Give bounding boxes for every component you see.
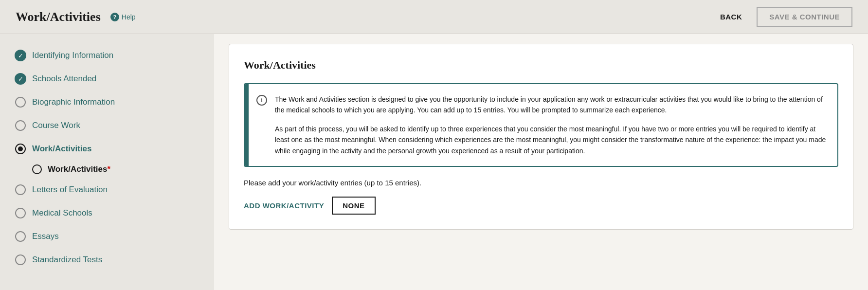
info-box: i The Work and Activities section is des… [244, 83, 838, 167]
help-label: Help [122, 13, 136, 21]
help-link[interactable]: ? Help [110, 13, 136, 21]
add-instruction: Please add your work/activity entries (u… [244, 179, 838, 187]
sidebar-item-medical-schools[interactable]: Medical Schools [15, 201, 199, 225]
save-continue-button[interactable]: SAVE & CONTINUE [757, 7, 852, 27]
sidebar-sublabel-work-activities: Work/Activities* [48, 164, 110, 174]
radio-icon-essays [15, 231, 26, 242]
sidebar-label-medical-schools: Medical Schools [32, 208, 92, 218]
info-paragraph-2: As part of this process, you will be ask… [275, 124, 828, 156]
info-paragraph-1: The Work and Activities section is desig… [275, 94, 828, 116]
back-button[interactable]: BACK [720, 13, 742, 21]
help-icon: ? [110, 13, 119, 21]
radio-icon-medical-schools [15, 207, 26, 219]
radio-icon-letters [15, 184, 26, 196]
radio-icon-work-activities [15, 143, 26, 155]
content-card: Work/Activities i The Work and Activitie… [229, 44, 853, 230]
check-icon-identifying: ✓ [15, 50, 26, 61]
radio-icon-course-work [15, 120, 26, 131]
sidebar-item-letters-of-evaluation[interactable]: Letters of Evaluation [15, 178, 199, 201]
content-title: Work/Activities [244, 59, 838, 72]
add-work-activity-button[interactable]: ADD WORK/ACTIVITY [244, 201, 324, 210]
sidebar-label-biographic-information: Biographic Information [32, 97, 115, 107]
sidebar-label-letters-of-evaluation: Letters of Evaluation [32, 185, 108, 195]
sidebar-label-course-work: Course Work [32, 121, 80, 130]
radio-icon-biographic [15, 96, 26, 108]
header-left: Work/Activities ? Help [16, 10, 136, 24]
info-box-icon-col: i [249, 84, 275, 166]
info-box-content: The Work and Activities section is desig… [275, 84, 837, 166]
content-area: Work/Activities i The Work and Activitie… [214, 34, 868, 290]
sidebar-label-essays: Essays [32, 232, 59, 241]
sidebar: ✓ Identifying Information ✓ Schools Atte… [0, 34, 214, 290]
header: Work/Activities ? Help BACK SAVE & CONTI… [0, 0, 868, 34]
sub-radio-work-activities [32, 164, 42, 174]
radio-icon-standardized-tests [15, 254, 26, 266]
sidebar-label-work-activities: Work/Activities [32, 144, 92, 154]
sidebar-item-work-activities[interactable]: Work/Activities [15, 137, 199, 161]
sidebar-label-schools-attended: Schools Attended [32, 74, 96, 84]
none-button[interactable]: NONE [332, 197, 375, 215]
sidebar-item-standardized-tests[interactable]: Standardized Tests [15, 248, 199, 272]
check-icon-schools-attended: ✓ [15, 73, 26, 85]
sidebar-item-schools-attended[interactable]: ✓ Schools Attended [15, 67, 199, 91]
sidebar-item-essays[interactable]: Essays [15, 225, 199, 248]
header-right: BACK SAVE & CONTINUE [720, 7, 852, 27]
sidebar-item-biographic-information[interactable]: Biographic Information [15, 91, 199, 114]
action-buttons: ADD WORK/ACTIVITY NONE [244, 197, 838, 215]
main-layout: ✓ Identifying Information ✓ Schools Atte… [0, 34, 868, 290]
sidebar-label-standardized-tests: Standardized Tests [32, 255, 102, 265]
info-icon: i [256, 95, 267, 106]
required-star: * [108, 164, 111, 174]
sidebar-subitem-work-activities[interactable]: Work/Activities* [15, 161, 199, 178]
sidebar-label-identifying-information: Identifying Information [32, 51, 113, 60]
info-box-accent [245, 84, 249, 166]
sidebar-item-course-work[interactable]: Course Work [15, 114, 199, 137]
sidebar-item-identifying-information[interactable]: ✓ Identifying Information [15, 44, 199, 67]
page-title: Work/Activities [16, 10, 101, 24]
